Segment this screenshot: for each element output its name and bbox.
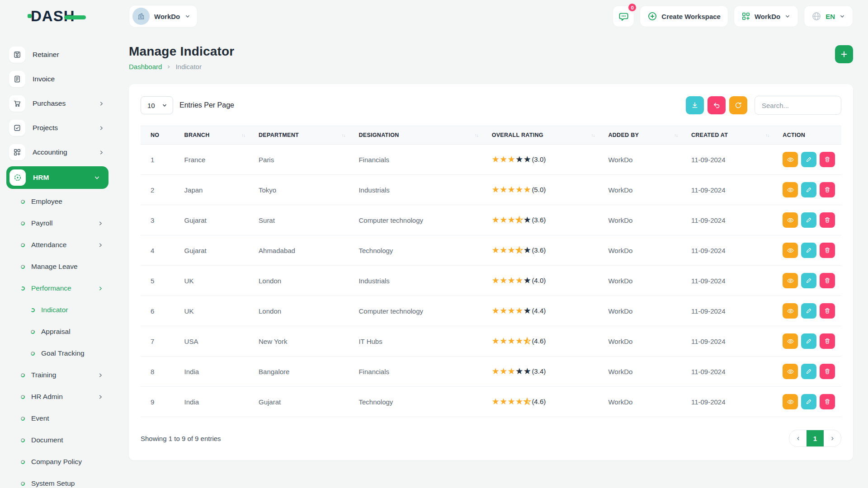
sidebar-item-hrm[interactable]: HRM [6, 166, 108, 189]
view-button[interactable] [783, 273, 798, 288]
edit-button[interactable] [801, 364, 816, 379]
sidebar-item-accounting[interactable]: Accounting [0, 140, 115, 164]
edit-button[interactable] [801, 273, 816, 288]
delete-button[interactable] [820, 182, 835, 197]
star-full-icon: ★ [500, 155, 508, 164]
view-button[interactable] [783, 364, 798, 379]
sidebar-item-appraisal[interactable]: Appraisal [0, 321, 115, 343]
star-full-icon: ★ [515, 306, 524, 315]
sidebar-item-attendance[interactable]: Attendance [0, 234, 115, 256]
indicator-table: NOBRANCH↑↓DEPARTMENT↑↓DESIGNATION↑↓OVERA… [141, 126, 841, 417]
column-header-created-at[interactable]: CREATED AT↑↓ [688, 126, 779, 145]
sidebar-item-system-setup[interactable]: System Setup [0, 473, 115, 488]
sidebar-item-invoice[interactable]: Invoice [0, 67, 115, 91]
view-button[interactable] [783, 303, 798, 319]
sidebar-item-indicator[interactable]: Indicator [0, 299, 115, 321]
edit-button[interactable] [801, 212, 816, 228]
column-header-added-by[interactable]: ADDED BY↑↓ [604, 126, 687, 145]
sidebar-item-payroll[interactable]: Payroll [0, 212, 115, 234]
delete-button[interactable] [820, 364, 835, 379]
sidebar-item-manage-leave[interactable]: Manage Leave [0, 256, 115, 277]
sidebar-item-employee[interactable]: Employee [0, 191, 115, 212]
view-button[interactable] [783, 152, 798, 167]
refresh-button[interactable] [729, 96, 747, 114]
create-workspace-button[interactable]: Create Workspace [640, 5, 728, 27]
page-1-button[interactable]: 1 [807, 430, 824, 446]
delete-button[interactable] [820, 243, 835, 258]
edit-button[interactable] [801, 303, 816, 319]
delete-button[interactable] [820, 303, 835, 319]
export-button[interactable] [686, 96, 704, 114]
column-header-department[interactable]: DEPARTMENT↑↓ [255, 126, 355, 145]
edit-button[interactable] [801, 243, 816, 258]
delete-button[interactable] [820, 394, 835, 409]
star-full-icon: ★ [500, 246, 508, 255]
edit-button[interactable] [801, 394, 816, 409]
view-button[interactable] [783, 182, 798, 197]
edit-button[interactable] [801, 333, 816, 349]
view-button[interactable] [783, 394, 798, 409]
sidebar-item-purchases[interactable]: Purchases [0, 91, 115, 116]
column-header-designation[interactable]: DESIGNATION↑↓ [355, 126, 488, 145]
delete-button[interactable] [820, 152, 835, 167]
star-full-icon: ★ [500, 367, 508, 376]
entries-per-page-select[interactable]: 10 [141, 96, 173, 114]
sidebar-item-projects[interactable]: Projects [0, 116, 115, 140]
delete-button[interactable] [820, 333, 835, 349]
breadcrumb-dashboard-link[interactable]: Dashboard [129, 63, 162, 70]
cell-branch: UK [181, 296, 255, 326]
previous-page-button[interactable] [789, 430, 807, 446]
delete-button[interactable] [820, 212, 835, 228]
column-header-overall-rating[interactable]: OVERALL RATING↑↓ [488, 126, 605, 145]
star-full-icon: ★ [492, 185, 500, 194]
view-button[interactable] [783, 333, 798, 349]
sidebar-item-event[interactable]: Event [0, 408, 115, 429]
edit-button[interactable] [801, 182, 816, 197]
column-header-branch[interactable]: BRANCH↑↓ [181, 126, 255, 145]
sidebar-item-hr-admin[interactable]: HR Admin [0, 386, 115, 408]
breadcrumb: Dashboard Indicator [129, 63, 234, 70]
reset-button[interactable] [708, 96, 726, 114]
sidebar: RetainerInvoicePurchasesProjectsAccounti… [0, 33, 115, 488]
cell-added-by: WorkDo [604, 266, 687, 296]
next-page-button[interactable] [824, 430, 841, 446]
view-button[interactable] [783, 243, 798, 258]
delete-button[interactable] [820, 273, 835, 288]
search-input[interactable] [755, 96, 841, 115]
workspace-selector[interactable]: WorkDo [129, 5, 198, 28]
bullet-icon [20, 264, 25, 269]
bullet-icon [20, 481, 25, 486]
star-half-icon: ★★ [524, 397, 532, 406]
star-full-icon: ★ [500, 337, 508, 346]
tasks-icon [9, 120, 25, 136]
plus-circle-icon [647, 11, 657, 21]
cell-created-at: 11-09-2024 [688, 326, 779, 357]
add-indicator-button[interactable] [835, 45, 853, 63]
cell-rating: ★★★★★(4.4) [488, 296, 605, 326]
messages-button[interactable]: 0 [613, 5, 634, 27]
invoice-icon [9, 71, 25, 87]
cell-added-by: WorkDo [604, 357, 687, 387]
logo[interactable]: DASH [31, 8, 86, 25]
chevron-right-icon [98, 286, 104, 291]
sidebar-item-company-policy[interactable]: Company Policy [0, 451, 115, 473]
chevron-left-icon [795, 436, 801, 441]
sidebar-item-goal-tracking[interactable]: Goal Tracking [0, 343, 115, 364]
view-button[interactable] [783, 212, 798, 228]
grid-plus-icon [9, 144, 25, 160]
edit-button[interactable] [801, 152, 816, 167]
workdo-menu-button[interactable]: WorkDo [734, 5, 798, 27]
bullet-icon [20, 373, 25, 377]
star-full-icon: ★ [492, 337, 500, 346]
sidebar-item-performance[interactable]: Performance [0, 277, 115, 299]
language-selector[interactable]: EN [804, 5, 853, 27]
cell-no: 6 [141, 296, 181, 326]
sidebar-item-retainer[interactable]: Retainer [0, 42, 115, 67]
chevron-down-icon [839, 13, 845, 19]
star-empty-icon: ★ [524, 367, 532, 376]
sidebar-item-training[interactable]: Training [0, 364, 115, 386]
star-full-icon: ★ [500, 306, 508, 315]
sidebar-item-document[interactable]: Document [0, 429, 115, 451]
cell-designation: Financials [355, 357, 488, 387]
star-empty-icon: ★ [515, 367, 524, 376]
